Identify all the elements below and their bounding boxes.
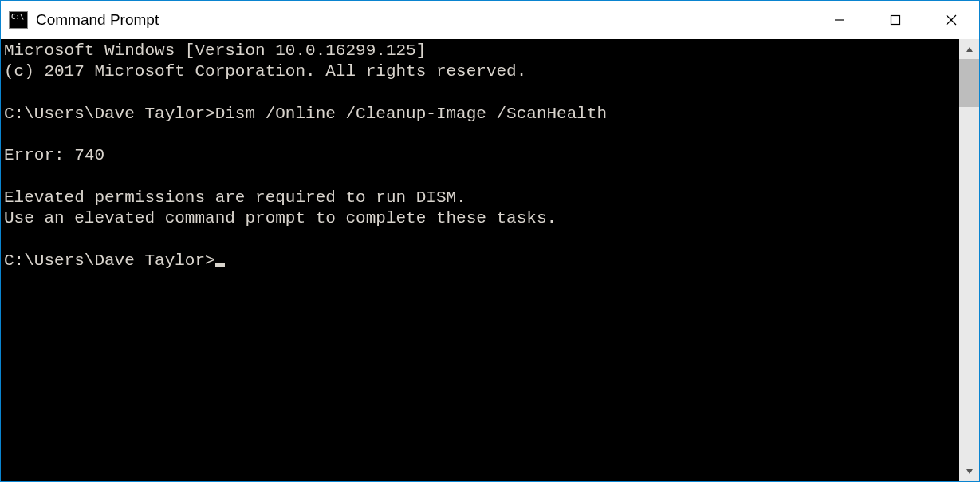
scroll-up-button[interactable] [959, 39, 979, 59]
terminal-output[interactable]: Microsoft Windows [Version 10.0.16299.12… [1, 39, 959, 481]
scroll-down-button[interactable] [959, 461, 979, 481]
scrollbar-thumb[interactable] [959, 59, 979, 107]
terminal-prompt-line[interactable]: C:\Users\Dave Taylor> [4, 251, 956, 271]
terminal-line [4, 124, 956, 145]
terminal-cursor [215, 263, 225, 267]
terminal-line: Error: 740 [4, 145, 956, 166]
chevron-down-icon [966, 468, 974, 476]
window-controls [812, 1, 979, 39]
terminal-line [4, 167, 956, 188]
terminal-line [4, 83, 956, 104]
terminal-line: C:\Users\Dave Taylor>Dism /Online /Clean… [4, 104, 956, 124]
terminal-line [4, 229, 956, 250]
minimize-button[interactable] [812, 1, 868, 39]
terminal-prompt: C:\Users\Dave Taylor> [4, 251, 215, 270]
titlebar[interactable]: Command Prompt [1, 1, 979, 39]
close-icon [946, 14, 957, 26]
svg-rect-1 [891, 16, 900, 25]
app-icon [9, 11, 28, 29]
window-title: Command Prompt [36, 11, 159, 29]
close-button[interactable] [923, 1, 979, 39]
terminal-line: Microsoft Windows [Version 10.0.16299.12… [4, 41, 956, 61]
chevron-up-icon [966, 45, 974, 53]
maximize-icon [890, 14, 901, 26]
maximize-button[interactable] [868, 1, 923, 39]
terminal-line: (c) 2017 Microsoft Corporation. All righ… [4, 61, 956, 82]
terminal-container: Microsoft Windows [Version 10.0.16299.12… [1, 39, 979, 481]
svg-marker-4 [966, 47, 973, 52]
minimize-icon [834, 14, 845, 26]
scrollbar-track[interactable] [959, 59, 979, 461]
svg-marker-5 [966, 469, 973, 474]
terminal-line: Elevated permissions are required to run… [4, 188, 956, 208]
command-prompt-window: Command Prompt Microsoft Windows [Versio… [0, 0, 980, 482]
terminal-line: Use an elevated command prompt to comple… [4, 208, 956, 229]
vertical-scrollbar[interactable] [959, 39, 979, 481]
